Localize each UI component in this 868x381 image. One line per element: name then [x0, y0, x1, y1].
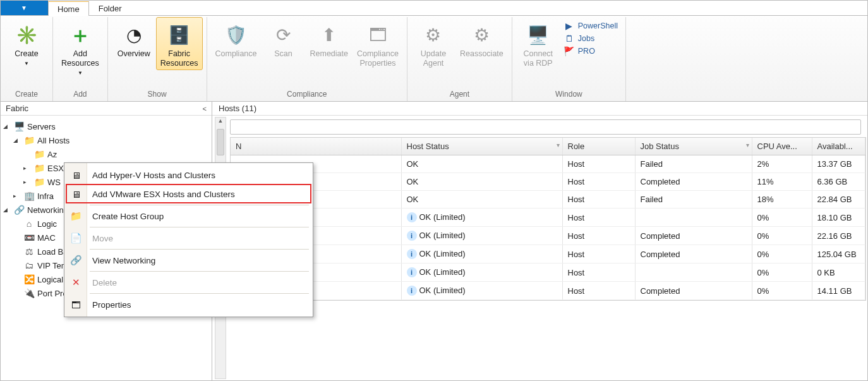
servers-icon: 🖥️ — [13, 121, 25, 131]
table-row[interactable]: OKHostFailed2%13.37 GB — [231, 155, 865, 173]
ctx-view-networking[interactable]: 🔗View Networking — [64, 251, 313, 270]
group-add: Add — [57, 88, 104, 101]
compliance-button[interactable]: 🛡️ Compliance — [211, 17, 262, 61]
ribbon: ✳️ Create ▼ Create ＋ Add Resources ▼ Add… — [1, 16, 867, 102]
col-host-status[interactable]: Host Status▾ — [401, 138, 562, 155]
cell-status: OK — [401, 173, 562, 191]
overview-button[interactable]: ◔ Overview — [112, 17, 156, 61]
pro-button[interactable]: 🚩PRO — [562, 45, 620, 57]
collapse-icon[interactable]: < — [203, 105, 207, 112]
col-name[interactable]: N — [231, 138, 401, 155]
cell-role: Host — [562, 282, 635, 300]
update-agent-button[interactable]: ⚙ Update Agent — [411, 17, 455, 70]
cell-avail: 125.04 GB — [812, 245, 865, 263]
chevron-down-icon: ▼ — [21, 4, 27, 11]
col-avail[interactable]: Availabl... — [812, 138, 865, 155]
jobs-button[interactable]: 🗒Jobs — [562, 32, 620, 45]
search-input[interactable] — [230, 119, 861, 135]
connect-rdp-button[interactable]: 🖥️ Connect via RDP — [516, 17, 560, 70]
cell-cpu: 11% — [752, 173, 812, 191]
server-stack-icon: 🗄️ — [167, 23, 191, 47]
filter-icon[interactable]: ▾ — [746, 142, 749, 148]
cell-status: iOK (Limited) — [401, 227, 562, 245]
filter-icon[interactable]: ▾ — [557, 142, 560, 148]
powershell-button[interactable]: ▶PowerShell — [562, 20, 620, 32]
fabric-resources-label: Fabric Resources — [160, 49, 198, 68]
scroll-thumb[interactable] — [217, 129, 224, 155]
table-row[interactable]: OKHostFailed18%22.84 GB — [231, 191, 865, 209]
mac-pool-icon: 📼 — [23, 233, 35, 243]
add-resources-button[interactable]: ＋ Add Resources ▼ — [57, 17, 104, 80]
cell-avail: 0 KB — [812, 263, 865, 282]
group-create: Create — [4, 88, 49, 101]
table-row[interactable]: iOK (Limited)Host0%18.10 GB — [231, 209, 865, 227]
tree-servers[interactable]: ◢🖥️Servers — [3, 119, 212, 133]
col-role[interactable]: Role — [562, 138, 635, 155]
vip-icon: 🗂 — [23, 260, 35, 270]
cell-status: OK — [401, 191, 562, 209]
scroll-up-icon[interactable]: ▲ — [215, 118, 226, 128]
cell-status: iOK (Limited) — [401, 282, 562, 300]
gear-link-icon: ⚙ — [469, 23, 493, 47]
tab-folder[interactable]: Folder — [89, 1, 131, 15]
cell-job: Completed — [635, 245, 752, 263]
cell-avail: 14.11 GB — [812, 282, 865, 300]
ctx-add-vmware[interactable]: 🖥Add VMware ESX Hosts and Clusters — [64, 184, 313, 203]
table-row[interactable]: iOK (Limited)HostCompleted0%125.04 GB — [231, 245, 865, 263]
table-row[interactable]: OKHostCompleted11%6.36 GB — [231, 173, 865, 191]
ctx-delete[interactable]: ✕Delete — [64, 273, 313, 292]
table-row[interactable]: iOK (Limited)Host0%0 KB — [231, 263, 865, 282]
tree-az[interactable]: 📁Az — [3, 147, 212, 161]
update-agent-label: Update Agent — [421, 49, 446, 68]
cell-cpu: 18% — [752, 191, 812, 209]
cell-avail: 22.16 GB — [812, 227, 865, 245]
cell-status: iOK (Limited) — [401, 245, 562, 263]
file-menu-button[interactable]: ▼ — [1, 1, 48, 15]
context-menu: 🖥Add Hyper-V Hosts and Clusters 🖥Add VMw… — [64, 162, 313, 317]
ctx-move[interactable]: 📄Move — [64, 229, 313, 248]
reassociate-label: Reassociate — [460, 49, 503, 59]
cell-cpu: 0% — [752, 245, 812, 263]
move-icon: 📄 — [69, 233, 82, 244]
tab-home[interactable]: Home — [48, 1, 89, 16]
port-icon: 🔌 — [23, 288, 35, 298]
info-icon: i — [407, 249, 417, 259]
infra-icon: 🏢 — [23, 191, 35, 201]
ctx-create-group[interactable]: 📁Create Host Group — [64, 207, 313, 226]
separator — [90, 271, 309, 272]
cell-cpu: 0% — [752, 227, 812, 245]
info-icon: i — [407, 231, 417, 241]
cell-role: Host — [562, 245, 635, 263]
server-add-icon: 🖥 — [69, 170, 82, 181]
ctx-add-hyperv[interactable]: 🖥Add Hyper-V Hosts and Clusters — [64, 166, 313, 184]
cell-cpu: 0% — [752, 282, 812, 300]
col-job-status[interactable]: Job Status▾ — [635, 138, 752, 155]
reassociate-button[interactable]: ⚙ Reassociate — [455, 17, 508, 61]
cell-job: Completed — [635, 227, 752, 245]
scan-label: Scan — [274, 49, 292, 59]
fabric-resources-button[interactable]: 🗄️ Fabric Resources — [156, 17, 203, 70]
cell-job: Completed — [635, 173, 752, 191]
add-resources-label: Add Resources — [61, 49, 99, 68]
separator — [90, 205, 309, 205]
tab-strip: ▼ Home Folder — [1, 1, 867, 16]
logical-net-icon: ⌂ — [23, 219, 35, 229]
powershell-icon: ▶ — [564, 21, 574, 31]
create-button[interactable]: ✳️ Create ▼ — [4, 17, 49, 70]
scan-button[interactable]: ⟳ Scan — [262, 17, 306, 61]
cell-job: Completed — [635, 282, 752, 300]
cell-avail: 22.84 GB — [812, 191, 865, 209]
table-row[interactable]: iOK (Limited)HostCompleted0%22.16 GB — [231, 227, 865, 245]
chevron-down-icon: ▼ — [24, 59, 29, 68]
tree-all-hosts[interactable]: ◢📁All Hosts — [3, 133, 212, 147]
star-icon: ✳️ — [15, 23, 39, 47]
ctx-properties[interactable]: 🗔Properties — [64, 295, 313, 314]
compliance-properties-button[interactable]: 🗔 Compliance Properties — [353, 17, 403, 70]
cell-status: iOK (Limited) — [401, 263, 562, 282]
table-row[interactable]: corn...iOK (Limited)HostCompleted0%14.11… — [231, 282, 865, 300]
group-agent: Agent — [411, 88, 508, 101]
remediate-button[interactable]: ⬆ Remediate — [306, 17, 353, 61]
side-title-bar: Fabric < — [1, 102, 212, 116]
cell-avail: 6.36 GB — [812, 173, 865, 191]
col-cpu[interactable]: CPU Ave... — [752, 138, 812, 155]
